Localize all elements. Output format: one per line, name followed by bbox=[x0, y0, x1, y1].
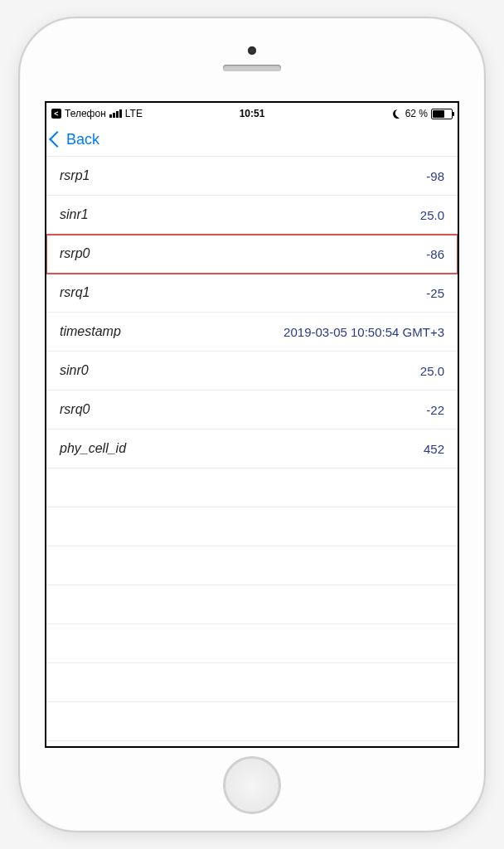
carrier-app-icon: < bbox=[51, 109, 61, 119]
row-value: 452 bbox=[424, 442, 444, 456]
row-value: -22 bbox=[426, 403, 444, 417]
chevron-left-icon bbox=[49, 131, 65, 148]
row-value: -25 bbox=[426, 286, 444, 300]
status-bar: < Телефон LTE 10:51 62 % bbox=[46, 103, 458, 123]
row-label: timestamp bbox=[60, 324, 121, 339]
battery-icon bbox=[431, 109, 453, 119]
row-value: 2019-03-05 10:50:54 GMT+3 bbox=[284, 325, 444, 339]
back-button[interactable]: Back bbox=[51, 131, 99, 148]
front-camera bbox=[248, 46, 256, 55]
table-row[interactable]: rsrp1-98 bbox=[46, 157, 458, 196]
phone-frame: < Телефон LTE 10:51 62 % Back rsrp1-98si… bbox=[18, 17, 486, 832]
table-row[interactable]: phy_cell_id452 bbox=[46, 429, 458, 468]
empty-row bbox=[46, 702, 458, 741]
status-bar-left: < Телефон LTE bbox=[51, 108, 143, 119]
empty-row bbox=[46, 585, 458, 624]
table-row[interactable]: timestamp2019-03-05 10:50:54 GMT+3 bbox=[46, 313, 458, 352]
empty-row bbox=[46, 546, 458, 585]
row-label: rsrp1 bbox=[60, 168, 90, 183]
signal-strength-icon bbox=[109, 109, 122, 118]
back-label: Back bbox=[66, 131, 99, 148]
row-label: rsrq1 bbox=[60, 285, 90, 300]
earpiece-speaker bbox=[223, 65, 281, 71]
row-value: 25.0 bbox=[420, 208, 444, 222]
metrics-list[interactable]: rsrp1-98sinr125.0rsrp0-86rsrq1-25timesta… bbox=[46, 157, 458, 746]
row-label: rsrq0 bbox=[60, 402, 90, 417]
table-row[interactable]: rsrq1-25 bbox=[46, 274, 458, 313]
empty-row bbox=[46, 468, 458, 507]
table-row[interactable]: rsrq0-22 bbox=[46, 391, 458, 429]
screen: < Телефон LTE 10:51 62 % Back rsrp1-98si… bbox=[45, 101, 459, 748]
empty-row bbox=[46, 663, 458, 702]
status-bar-right: 62 % bbox=[393, 108, 453, 119]
row-value: 25.0 bbox=[420, 364, 444, 378]
table-row[interactable]: sinr025.0 bbox=[46, 352, 458, 391]
home-button[interactable] bbox=[223, 756, 281, 814]
row-label: phy_cell_id bbox=[60, 441, 126, 456]
do-not-disturb-icon bbox=[391, 108, 403, 119]
carrier-label: Телефон bbox=[65, 108, 106, 119]
battery-percent: 62 % bbox=[405, 108, 428, 119]
empty-row bbox=[46, 624, 458, 663]
status-bar-time: 10:51 bbox=[240, 108, 265, 119]
row-label: rsrp0 bbox=[60, 246, 90, 261]
row-label: sinr1 bbox=[60, 207, 89, 222]
empty-row bbox=[46, 741, 458, 746]
table-row[interactable]: rsrp0-86 bbox=[46, 235, 458, 274]
row-label: sinr0 bbox=[60, 363, 89, 378]
nav-bar: Back bbox=[46, 123, 458, 157]
phone-top bbox=[20, 18, 484, 101]
table-row[interactable]: sinr125.0 bbox=[46, 196, 458, 235]
row-value: -98 bbox=[426, 169, 444, 183]
empty-row bbox=[46, 507, 458, 546]
row-value: -86 bbox=[426, 247, 444, 261]
network-type: LTE bbox=[125, 108, 143, 119]
